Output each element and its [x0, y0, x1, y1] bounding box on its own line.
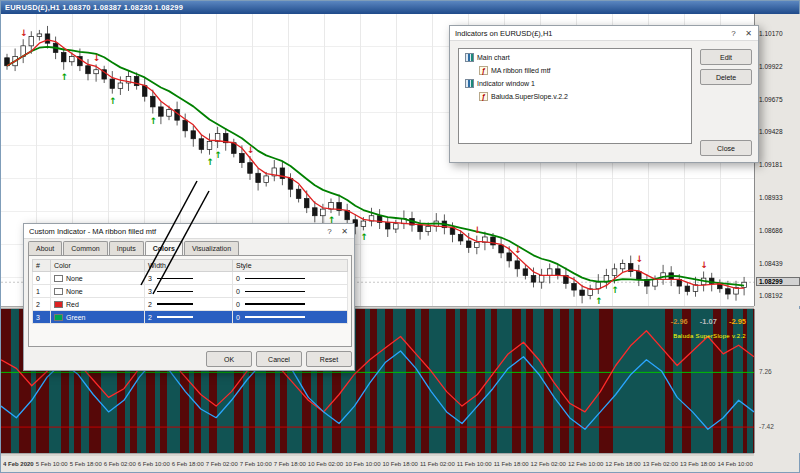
style-line-sample: [245, 291, 305, 292]
color-name: Green: [66, 314, 85, 321]
time-axis-label: 11 Feb 02:00: [420, 461, 455, 467]
trend-stripe: [377, 309, 385, 453]
width-cell: 3: [145, 272, 233, 285]
sell-arrow[interactable]: ↓: [474, 225, 482, 235]
time-axis-label: 12 Feb 10:00: [568, 461, 603, 467]
width-cell: 2: [145, 311, 233, 324]
color-row-1[interactable]: 1None30: [33, 285, 348, 298]
color-row-0[interactable]: 0None30: [33, 272, 348, 285]
tab-about[interactable]: About: [28, 241, 62, 256]
indicator-scale[interactable]: 7.26-7.42: [754, 309, 800, 453]
sell-arrow[interactable]: ↓: [636, 254, 644, 264]
style-value: 0: [236, 288, 240, 295]
row-index: 2: [33, 298, 51, 311]
buy-arrow[interactable]: ↑: [360, 232, 368, 242]
tab-visualization[interactable]: Visualization: [184, 241, 239, 256]
width-cell: 2: [145, 298, 233, 311]
candle: [256, 168, 261, 191]
trend-stripe: [429, 309, 446, 453]
candle: [329, 198, 334, 213]
trend-stripe: [467, 309, 476, 453]
style-cell: 0: [233, 298, 348, 311]
tree-item-label: Main chart: [477, 54, 510, 61]
sell-arrow[interactable]: ↓: [93, 53, 101, 63]
time-axis-label: 5 Feb 18:00: [70, 461, 102, 467]
custom-dialog-title: Custom Indicator - MA ribbon filled mtf: [29, 227, 322, 236]
indicators-dialog-titlebar[interactable]: Indicators on EURUSD(£),H1 ? ✕: [450, 26, 758, 41]
candle: [102, 66, 107, 83]
indicator-value: -2.96: [671, 317, 688, 326]
tree-item-baluda-superslope-v-2-2[interactable]: ƒBaluda.SuperSlope.v.2.2: [459, 90, 691, 103]
color-swatch: [54, 275, 63, 282]
buy-arrow[interactable]: ↑: [207, 157, 215, 167]
sell-arrow[interactable]: ↓: [20, 28, 28, 38]
price-scale-label: 1.08686: [759, 227, 783, 234]
close-icon[interactable]: ✕: [741, 27, 756, 40]
color-swatch: [54, 301, 63, 308]
chart-window-titlebar[interactable]: EURUSD(£),H1 1.08370 1.08387 1.08230 1.0…: [1, 1, 799, 14]
buy-arrow[interactable]: ↑: [150, 116, 158, 126]
candle: [369, 208, 374, 227]
trend-stripe: [533, 309, 544, 453]
color-row-3[interactable]: 3Green20: [33, 311, 348, 324]
reset-button[interactable]: Reset: [306, 351, 352, 367]
buy-arrow[interactable]: ↑: [109, 96, 117, 106]
close-icon[interactable]: ✕: [337, 225, 352, 238]
price-scale[interactable]: 1.101701.099221.096751.094281.091811.089…: [754, 14, 800, 306]
time-axis[interactable]: 4 Feb 20205 Feb 10:005 Feb 18:006 Feb 02…: [3, 457, 753, 471]
help-icon[interactable]: ?: [726, 27, 741, 40]
candle: [637, 265, 642, 286]
price-scale-label: 1.09922: [759, 63, 783, 70]
sell-arrow[interactable]: ↓: [701, 260, 709, 270]
sell-arrow[interactable]: ↓: [514, 245, 522, 255]
tree-item-label: Baluda.SuperSlope.v.2.2: [491, 93, 568, 100]
tab-common[interactable]: Common: [63, 241, 107, 256]
tab-inputs[interactable]: Inputs: [109, 241, 144, 256]
candle: [215, 127, 220, 148]
time-axis-label: 12 Feb 02:00: [531, 461, 566, 467]
column-header: Width: [145, 260, 233, 272]
candle: [556, 265, 561, 280]
time-axis-label: 7 Feb 02:00: [206, 461, 238, 467]
tree-item-indicator-window-1[interactable]: Indicator window 1: [459, 77, 691, 90]
price-scale-label: 1.08192: [759, 292, 783, 299]
row-index: 3: [33, 311, 51, 324]
color-row-2[interactable]: 2Red20: [33, 298, 348, 311]
edit-button[interactable]: Edit: [700, 49, 752, 65]
tree-item-main-chart[interactable]: Main chart: [459, 51, 691, 64]
color-settings-table: #ColorWidthStyle0None301None302Red203Gre…: [32, 259, 348, 324]
indicator-scale-label: 7.26: [759, 368, 772, 375]
candle: [21, 39, 26, 63]
buy-arrow[interactable]: ↑: [595, 296, 603, 306]
window-splitter-bottom[interactable]: [1, 453, 754, 456]
time-axis-label: 7 Feb 18:00: [274, 461, 306, 467]
current-price-tag: 1.08299: [756, 277, 800, 286]
candle: [183, 114, 188, 138]
help-icon[interactable]: ?: [322, 225, 337, 238]
candle: [539, 269, 544, 289]
ok-button[interactable]: OK: [206, 351, 252, 367]
style-cell: 0: [233, 311, 348, 324]
candle: [628, 256, 633, 277]
candle: [337, 195, 342, 216]
candle: [596, 274, 601, 294]
close-button[interactable]: Close: [700, 140, 752, 156]
buy-arrow[interactable]: ↑: [215, 150, 223, 160]
cancel-button[interactable]: Cancel: [256, 351, 302, 367]
price-scale-label: 1.08439: [759, 260, 783, 267]
buy-arrow[interactable]: ↑: [612, 285, 620, 295]
time-axis-label: 12 Feb 18:00: [605, 461, 640, 467]
candle: [223, 128, 228, 151]
superslope-values-row: -2.96-1.07-2.95: [671, 317, 746, 326]
color-name: Red: [66, 301, 79, 308]
sell-arrow[interactable]: ↓: [247, 145, 255, 155]
trend-stripe: [733, 309, 743, 453]
color-swatch: [54, 314, 63, 321]
candle: [159, 102, 164, 125]
indicators-dialog-title: Indicators on EURUSD(£),H1: [455, 29, 726, 38]
tab-colors[interactable]: Colors: [145, 241, 183, 256]
custom-dialog-titlebar[interactable]: Custom Indicator - MA ribbon filled mtf …: [24, 224, 354, 239]
delete-button[interactable]: Delete: [700, 69, 752, 85]
buy-arrow[interactable]: ↑: [61, 72, 69, 82]
tree-item-ma-ribbon-filled-mtf[interactable]: ƒMA ribbon filled mtf: [459, 64, 691, 77]
